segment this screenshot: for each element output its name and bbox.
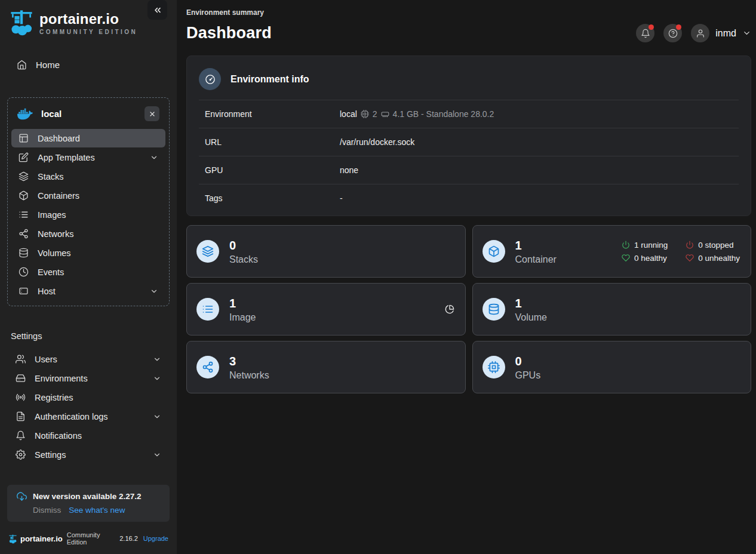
networks-card[interactable]: 3 Networks xyxy=(186,341,466,393)
update-banner: New version available 2.27.2 Dismiss See… xyxy=(7,485,170,522)
sidebar-item-volumes[interactable]: Volumes xyxy=(11,244,165,262)
info-row-tags: Tags - xyxy=(199,184,739,212)
running-status: 1 running xyxy=(622,241,668,250)
share-icon xyxy=(196,356,219,378)
info-row-gpu: GPU none xyxy=(199,156,739,184)
chevron-down-icon xyxy=(153,374,161,383)
volumes-card[interactable]: 1 Volume xyxy=(472,283,752,336)
header-actions: inmd xyxy=(636,24,751,42)
sidebar-item-containers[interactable]: Containers xyxy=(11,186,165,205)
sidebar-item-label: Dashboard xyxy=(38,134,80,143)
sidebar-item-environments[interactable]: Environments xyxy=(8,369,168,387)
environment-specs: 2 4.1 GB - Standalone 28.0.2 xyxy=(361,109,494,119)
avatar xyxy=(691,24,709,42)
help-badge xyxy=(676,24,681,30)
sidebar-item-app-templates[interactable]: App Templates xyxy=(11,148,165,167)
list-icon xyxy=(19,210,29,220)
help-circle-icon xyxy=(668,29,678,38)
notification-badge xyxy=(649,24,654,30)
stopped-text: 0 stopped xyxy=(698,241,733,250)
sidebar-item-settings[interactable]: Settings xyxy=(8,445,168,464)
chevron-down-icon xyxy=(150,153,158,162)
container-statuses: 1 running 0 stopped 0 healthy 0 unhealth… xyxy=(622,241,740,263)
images-card[interactable]: 1 Image xyxy=(186,283,466,336)
environment-info-panel: Environment info Environment local 2 4.1… xyxy=(186,56,751,216)
list-icon xyxy=(196,298,219,321)
breadcrumb: Environment summary xyxy=(186,6,751,17)
sidebar-item-label: Host xyxy=(38,287,56,296)
bell-icon xyxy=(641,29,650,38)
networks-count: 3 xyxy=(229,354,269,368)
healthy-text: 0 healthy xyxy=(634,254,667,263)
stat-text: 1 Volume xyxy=(515,296,547,323)
volume-count: 1 xyxy=(515,296,547,310)
footer-brand: portainer.io xyxy=(20,534,63,543)
environment-header: local xyxy=(11,103,165,128)
sidebar-item-registries[interactable]: Registries xyxy=(8,388,168,407)
volume-label: Volume xyxy=(515,312,547,323)
panel-title: Environment info xyxy=(231,74,309,85)
help-button[interactable] xyxy=(663,24,682,42)
chevron-down-icon xyxy=(150,287,158,296)
close-icon xyxy=(149,110,156,118)
environment-info-header: Environment info xyxy=(187,64,751,100)
cpu-icon xyxy=(361,110,369,118)
unhealthy-status: 0 unhealthy xyxy=(686,254,740,263)
sidebar-item-stacks[interactable]: Stacks xyxy=(11,167,165,186)
docker-whale-icon xyxy=(17,108,33,120)
gpus-count: 0 xyxy=(515,354,541,368)
sidebar-item-networks[interactable]: Networks xyxy=(11,224,165,243)
gauge-icon xyxy=(199,68,221,90)
info-label: Environment xyxy=(205,109,340,119)
sidebar-item-users[interactable]: Users xyxy=(8,350,168,368)
info-row-url: URL /var/run/docker.sock xyxy=(199,128,739,156)
sidebar-item-label: Users xyxy=(35,355,57,364)
sidebar-item-label: Authentication logs xyxy=(35,412,108,421)
sidebar-item-authentication-logs[interactable]: Authentication logs xyxy=(8,407,168,426)
footer-version: 2.16.2 xyxy=(119,535,138,542)
settings-section-header: Settings xyxy=(7,331,170,341)
upgrade-link[interactable]: Upgrade xyxy=(143,535,168,542)
sidebar-item-label: Settings xyxy=(35,450,66,460)
brand-name: portainer.io xyxy=(39,12,137,26)
box-icon xyxy=(19,190,29,201)
sidebar-item-label: Home xyxy=(36,60,60,70)
sidebar-item-label: Images xyxy=(38,210,66,220)
environment-section: local Dashboard App Templates Stacks Con… xyxy=(7,97,170,306)
environment-name-value: local xyxy=(340,109,357,119)
image-label: Image xyxy=(229,312,256,323)
sidebar-item-images[interactable]: Images xyxy=(11,205,165,224)
chevron-down-icon xyxy=(153,413,161,421)
cpu-icon xyxy=(483,356,505,378)
sidebar-item-host[interactable]: Host xyxy=(11,282,165,300)
sidebar-item-events[interactable]: Events xyxy=(11,263,165,281)
user-menu[interactable]: inmd xyxy=(691,24,751,42)
info-value: none xyxy=(340,165,358,175)
sidebar-item-dashboard[interactable]: Dashboard xyxy=(11,129,165,147)
server-icon xyxy=(19,286,29,296)
environment-close-button[interactable] xyxy=(145,106,159,121)
notifications-button[interactable] xyxy=(636,24,654,42)
portainer-logo-icon xyxy=(8,8,35,36)
brand-text: portainer.io COMMUNITY EDITION xyxy=(39,8,137,35)
chevron-down-icon xyxy=(153,451,161,459)
info-row-environment: Environment local 2 4.1 GB - Standalone … xyxy=(199,100,739,128)
unhealthy-text: 0 unhealthy xyxy=(698,254,740,263)
sidebar-item-home[interactable]: Home xyxy=(7,55,170,75)
sidebar-collapse-button[interactable] xyxy=(147,0,167,20)
see-whats-new-link[interactable]: See what's new xyxy=(69,506,125,515)
footer-edition: Community Edition xyxy=(67,531,115,546)
info-label: Tags xyxy=(205,193,340,203)
user-icon xyxy=(696,29,705,38)
sidebar-item-notifications[interactable]: Notifications xyxy=(8,426,168,445)
sidebar-item-label: Volumes xyxy=(38,248,71,258)
gpus-card[interactable]: 0 GPUs xyxy=(472,341,752,393)
dismiss-link[interactable]: Dismiss xyxy=(33,506,61,515)
info-value: local 2 4.1 GB - Standalone 28.0.2 xyxy=(340,109,494,119)
hard-drive-icon xyxy=(16,373,26,383)
share-icon xyxy=(19,229,29,239)
containers-card[interactable]: 1 Container 1 running 0 stopped 0 health… xyxy=(472,225,752,278)
stats-grid: 0 Stacks 1 Container 1 running 0 stopped xyxy=(186,225,751,393)
stacks-card[interactable]: 0 Stacks xyxy=(186,225,466,278)
clock-icon xyxy=(19,267,29,277)
